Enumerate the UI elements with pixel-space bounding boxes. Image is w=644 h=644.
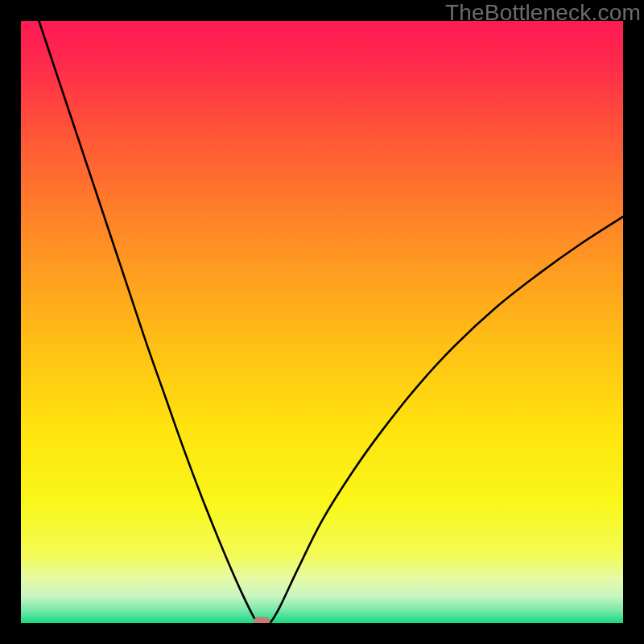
watermark-text: TheBottleneck.com [445,0,641,26]
bottleneck-chart [0,0,644,644]
chart-frame [0,0,644,644]
frame-border [0,0,21,644]
frame-border [0,623,644,644]
frame-border [623,0,644,644]
plot-background [21,21,623,623]
